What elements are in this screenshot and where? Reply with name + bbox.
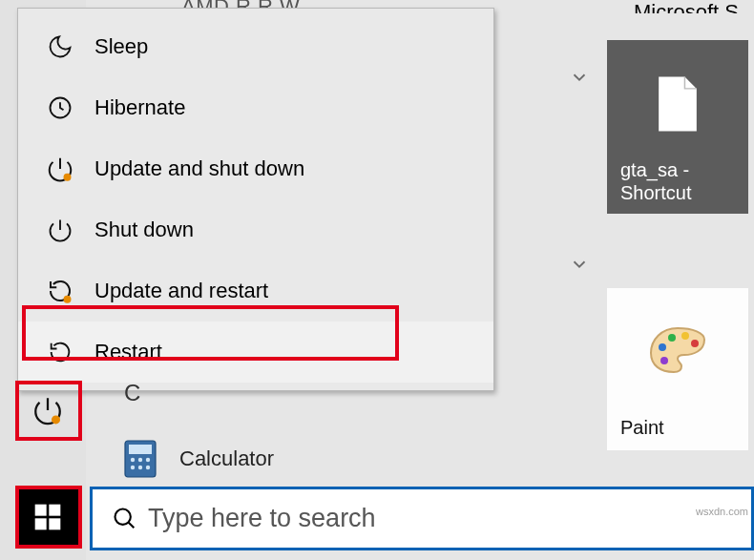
update-restart-label: Update and restart: [94, 279, 268, 303]
taskbar-search[interactable]: [90, 487, 754, 550]
svg-point-21: [691, 340, 699, 347]
restart-icon: [39, 331, 81, 373]
update-restart-item[interactable]: Update and restart: [18, 260, 493, 321]
calculator-label: Calculator: [179, 446, 274, 471]
svg-point-2: [64, 296, 72, 303]
watermark: wsxdn.com: [696, 506, 748, 517]
power-update-icon: [39, 148, 81, 190]
tile-paint[interactable]: Paint: [607, 288, 748, 450]
svg-point-9: [131, 466, 135, 469]
svg-point-10: [138, 466, 142, 469]
svg-point-3: [52, 415, 60, 424]
hibernate-label: Hibernate: [94, 95, 185, 120]
moon-icon: [39, 26, 81, 68]
restart-item[interactable]: Restart: [18, 321, 493, 383]
chevron-down-icon[interactable]: [569, 67, 590, 92]
shutdown-label: Shut down: [94, 218, 194, 242]
chevron-down-icon[interactable]: [569, 254, 590, 279]
shutdown-item[interactable]: Shut down: [18, 199, 493, 260]
search-input[interactable]: [148, 489, 721, 548]
start-button[interactable]: [17, 487, 78, 548]
tile-header-partial: Microsoft S: [607, 0, 754, 13]
tile-gta-shortcut[interactable]: gta_sa - Shortcut: [607, 40, 748, 214]
power-update-icon: [31, 394, 64, 426]
tiles-column: Microsoft S gta_sa - Shortcut Paint: [607, 0, 754, 450]
svg-point-16: [115, 508, 131, 524]
svg-rect-5: [129, 445, 152, 454]
document-icon: [654, 74, 702, 137]
search-icon: [102, 506, 148, 532]
tile-paint-label: Paint: [620, 417, 664, 439]
svg-rect-15: [49, 518, 60, 529]
power-menu: Sleep Hibernate Update and shut down Shu…: [17, 8, 494, 391]
calculator-icon: [120, 439, 160, 479]
svg-rect-13: [49, 505, 60, 516]
svg-point-8: [146, 458, 150, 462]
svg-point-1: [64, 174, 72, 181]
sleep-label: Sleep: [94, 34, 148, 59]
svg-rect-12: [35, 505, 47, 516]
svg-line-17: [129, 522, 135, 528]
app-section-letter[interactable]: C: [124, 380, 140, 406]
svg-point-22: [660, 357, 668, 364]
svg-point-20: [681, 332, 689, 340]
svg-point-19: [668, 334, 676, 342]
update-shutdown-label: Update and shut down: [94, 156, 304, 181]
restart-update-icon: [39, 270, 81, 312]
power-button[interactable]: [17, 382, 78, 439]
calculator-app-item[interactable]: Calculator: [120, 439, 274, 479]
tile-gta-label: gta_sa - Shortcut: [620, 158, 748, 204]
svg-point-6: [131, 458, 135, 462]
restart-label: Restart: [94, 340, 162, 364]
clock-icon: [39, 87, 81, 129]
palette-icon: [647, 324, 708, 380]
update-shutdown-item[interactable]: Update and shut down: [18, 138, 493, 199]
hibernate-item[interactable]: Hibernate: [18, 77, 493, 138]
svg-rect-14: [35, 518, 47, 529]
svg-point-11: [146, 466, 150, 469]
power-icon: [39, 209, 81, 251]
svg-point-18: [659, 343, 666, 351]
windows-logo-icon: [32, 502, 63, 532]
svg-point-7: [138, 458, 142, 462]
sleep-item[interactable]: Sleep: [18, 16, 493, 77]
